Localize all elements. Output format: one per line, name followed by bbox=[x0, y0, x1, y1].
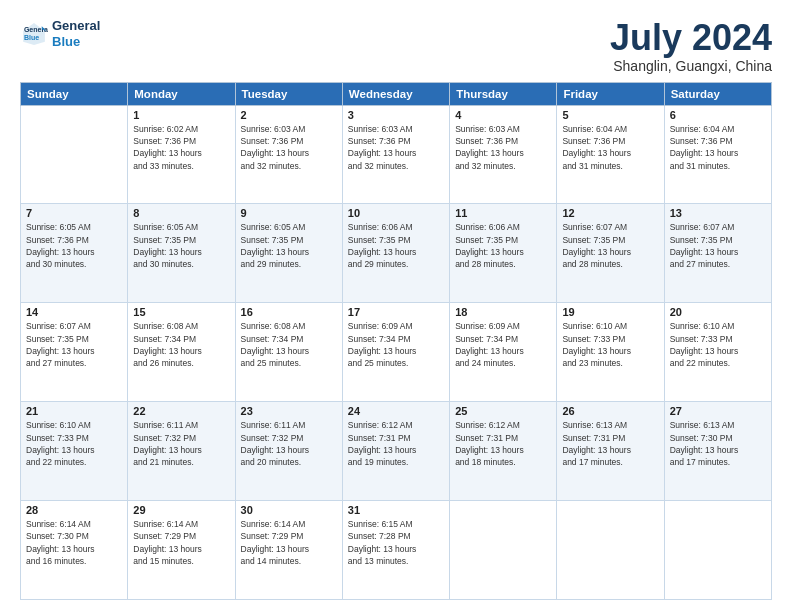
logo-text: General Blue bbox=[52, 18, 100, 49]
table-row: 13Sunrise: 6:07 AM Sunset: 7:35 PM Dayli… bbox=[664, 204, 771, 303]
table-row bbox=[664, 501, 771, 600]
table-row: 18Sunrise: 6:09 AM Sunset: 7:34 PM Dayli… bbox=[450, 303, 557, 402]
day-number: 23 bbox=[241, 405, 337, 417]
col-sunday: Sunday bbox=[21, 82, 128, 105]
day-info: Sunrise: 6:03 AM Sunset: 7:36 PM Dayligh… bbox=[241, 123, 337, 172]
day-info: Sunrise: 6:02 AM Sunset: 7:36 PM Dayligh… bbox=[133, 123, 229, 172]
table-row: 6Sunrise: 6:04 AM Sunset: 7:36 PM Daylig… bbox=[664, 105, 771, 204]
day-number: 26 bbox=[562, 405, 658, 417]
svg-text:Blue: Blue bbox=[24, 34, 39, 41]
day-info: Sunrise: 6:11 AM Sunset: 7:32 PM Dayligh… bbox=[133, 419, 229, 468]
day-number: 15 bbox=[133, 306, 229, 318]
day-number: 14 bbox=[26, 306, 122, 318]
day-number: 19 bbox=[562, 306, 658, 318]
day-info: Sunrise: 6:10 AM Sunset: 7:33 PM Dayligh… bbox=[670, 320, 766, 369]
table-row: 5Sunrise: 6:04 AM Sunset: 7:36 PM Daylig… bbox=[557, 105, 664, 204]
day-info: Sunrise: 6:11 AM Sunset: 7:32 PM Dayligh… bbox=[241, 419, 337, 468]
day-info: Sunrise: 6:13 AM Sunset: 7:30 PM Dayligh… bbox=[670, 419, 766, 468]
table-row: 2Sunrise: 6:03 AM Sunset: 7:36 PM Daylig… bbox=[235, 105, 342, 204]
day-info: Sunrise: 6:07 AM Sunset: 7:35 PM Dayligh… bbox=[562, 221, 658, 270]
day-number: 16 bbox=[241, 306, 337, 318]
title-block: July 2024 Shanglin, Guangxi, China bbox=[610, 18, 772, 74]
day-number: 24 bbox=[348, 405, 444, 417]
table-row: 24Sunrise: 6:12 AM Sunset: 7:31 PM Dayli… bbox=[342, 402, 449, 501]
header: General Blue General Blue July 2024 Shan… bbox=[20, 18, 772, 74]
day-number: 17 bbox=[348, 306, 444, 318]
day-number: 6 bbox=[670, 109, 766, 121]
table-row: 27Sunrise: 6:13 AM Sunset: 7:30 PM Dayli… bbox=[664, 402, 771, 501]
table-row: 23Sunrise: 6:11 AM Sunset: 7:32 PM Dayli… bbox=[235, 402, 342, 501]
day-info: Sunrise: 6:04 AM Sunset: 7:36 PM Dayligh… bbox=[670, 123, 766, 172]
day-info: Sunrise: 6:12 AM Sunset: 7:31 PM Dayligh… bbox=[348, 419, 444, 468]
day-info: Sunrise: 6:10 AM Sunset: 7:33 PM Dayligh… bbox=[562, 320, 658, 369]
day-info: Sunrise: 6:07 AM Sunset: 7:35 PM Dayligh… bbox=[26, 320, 122, 369]
day-number: 2 bbox=[241, 109, 337, 121]
table-row: 22Sunrise: 6:11 AM Sunset: 7:32 PM Dayli… bbox=[128, 402, 235, 501]
day-number: 31 bbox=[348, 504, 444, 516]
day-number: 1 bbox=[133, 109, 229, 121]
day-info: Sunrise: 6:08 AM Sunset: 7:34 PM Dayligh… bbox=[241, 320, 337, 369]
day-number: 3 bbox=[348, 109, 444, 121]
calendar-page: General Blue General Blue July 2024 Shan… bbox=[0, 0, 792, 612]
table-row: 17Sunrise: 6:09 AM Sunset: 7:34 PM Dayli… bbox=[342, 303, 449, 402]
day-info: Sunrise: 6:05 AM Sunset: 7:36 PM Dayligh… bbox=[26, 221, 122, 270]
table-row: 10Sunrise: 6:06 AM Sunset: 7:35 PM Dayli… bbox=[342, 204, 449, 303]
day-number: 5 bbox=[562, 109, 658, 121]
table-row: 29Sunrise: 6:14 AM Sunset: 7:29 PM Dayli… bbox=[128, 501, 235, 600]
day-number: 25 bbox=[455, 405, 551, 417]
col-monday: Monday bbox=[128, 82, 235, 105]
table-row: 19Sunrise: 6:10 AM Sunset: 7:33 PM Dayli… bbox=[557, 303, 664, 402]
table-row: 31Sunrise: 6:15 AM Sunset: 7:28 PM Dayli… bbox=[342, 501, 449, 600]
table-row: 20Sunrise: 6:10 AM Sunset: 7:33 PM Dayli… bbox=[664, 303, 771, 402]
day-info: Sunrise: 6:07 AM Sunset: 7:35 PM Dayligh… bbox=[670, 221, 766, 270]
table-row: 11Sunrise: 6:06 AM Sunset: 7:35 PM Dayli… bbox=[450, 204, 557, 303]
table-row bbox=[450, 501, 557, 600]
day-info: Sunrise: 6:15 AM Sunset: 7:28 PM Dayligh… bbox=[348, 518, 444, 567]
day-info: Sunrise: 6:03 AM Sunset: 7:36 PM Dayligh… bbox=[348, 123, 444, 172]
day-number: 28 bbox=[26, 504, 122, 516]
month-title: July 2024 bbox=[610, 18, 772, 58]
table-row: 16Sunrise: 6:08 AM Sunset: 7:34 PM Dayli… bbox=[235, 303, 342, 402]
col-wednesday: Wednesday bbox=[342, 82, 449, 105]
table-row: 9Sunrise: 6:05 AM Sunset: 7:35 PM Daylig… bbox=[235, 204, 342, 303]
header-row: Sunday Monday Tuesday Wednesday Thursday… bbox=[21, 82, 772, 105]
day-number: 7 bbox=[26, 207, 122, 219]
day-number: 11 bbox=[455, 207, 551, 219]
day-number: 4 bbox=[455, 109, 551, 121]
day-number: 9 bbox=[241, 207, 337, 219]
day-info: Sunrise: 6:05 AM Sunset: 7:35 PM Dayligh… bbox=[133, 221, 229, 270]
logo-icon: General Blue bbox=[20, 20, 48, 48]
table-row: 4Sunrise: 6:03 AM Sunset: 7:36 PM Daylig… bbox=[450, 105, 557, 204]
table-row: 8Sunrise: 6:05 AM Sunset: 7:35 PM Daylig… bbox=[128, 204, 235, 303]
day-number: 8 bbox=[133, 207, 229, 219]
day-number: 12 bbox=[562, 207, 658, 219]
table-row: 1Sunrise: 6:02 AM Sunset: 7:36 PM Daylig… bbox=[128, 105, 235, 204]
day-info: Sunrise: 6:06 AM Sunset: 7:35 PM Dayligh… bbox=[348, 221, 444, 270]
day-number: 22 bbox=[133, 405, 229, 417]
table-row: 3Sunrise: 6:03 AM Sunset: 7:36 PM Daylig… bbox=[342, 105, 449, 204]
day-info: Sunrise: 6:10 AM Sunset: 7:33 PM Dayligh… bbox=[26, 419, 122, 468]
table-row: 14Sunrise: 6:07 AM Sunset: 7:35 PM Dayli… bbox=[21, 303, 128, 402]
table-row bbox=[557, 501, 664, 600]
day-info: Sunrise: 6:09 AM Sunset: 7:34 PM Dayligh… bbox=[455, 320, 551, 369]
day-info: Sunrise: 6:09 AM Sunset: 7:34 PM Dayligh… bbox=[348, 320, 444, 369]
day-number: 10 bbox=[348, 207, 444, 219]
table-row bbox=[21, 105, 128, 204]
col-thursday: Thursday bbox=[450, 82, 557, 105]
table-row: 15Sunrise: 6:08 AM Sunset: 7:34 PM Dayli… bbox=[128, 303, 235, 402]
day-info: Sunrise: 6:03 AM Sunset: 7:36 PM Dayligh… bbox=[455, 123, 551, 172]
table-row: 28Sunrise: 6:14 AM Sunset: 7:30 PM Dayli… bbox=[21, 501, 128, 600]
table-row: 25Sunrise: 6:12 AM Sunset: 7:31 PM Dayli… bbox=[450, 402, 557, 501]
day-info: Sunrise: 6:08 AM Sunset: 7:34 PM Dayligh… bbox=[133, 320, 229, 369]
day-number: 27 bbox=[670, 405, 766, 417]
day-info: Sunrise: 6:05 AM Sunset: 7:35 PM Dayligh… bbox=[241, 221, 337, 270]
day-number: 29 bbox=[133, 504, 229, 516]
day-info: Sunrise: 6:14 AM Sunset: 7:29 PM Dayligh… bbox=[241, 518, 337, 567]
table-row: 30Sunrise: 6:14 AM Sunset: 7:29 PM Dayli… bbox=[235, 501, 342, 600]
day-number: 20 bbox=[670, 306, 766, 318]
location: Shanglin, Guangxi, China bbox=[610, 58, 772, 74]
col-tuesday: Tuesday bbox=[235, 82, 342, 105]
table-row: 26Sunrise: 6:13 AM Sunset: 7:31 PM Dayli… bbox=[557, 402, 664, 501]
calendar-table: Sunday Monday Tuesday Wednesday Thursday… bbox=[20, 82, 772, 600]
table-row: 7Sunrise: 6:05 AM Sunset: 7:36 PM Daylig… bbox=[21, 204, 128, 303]
